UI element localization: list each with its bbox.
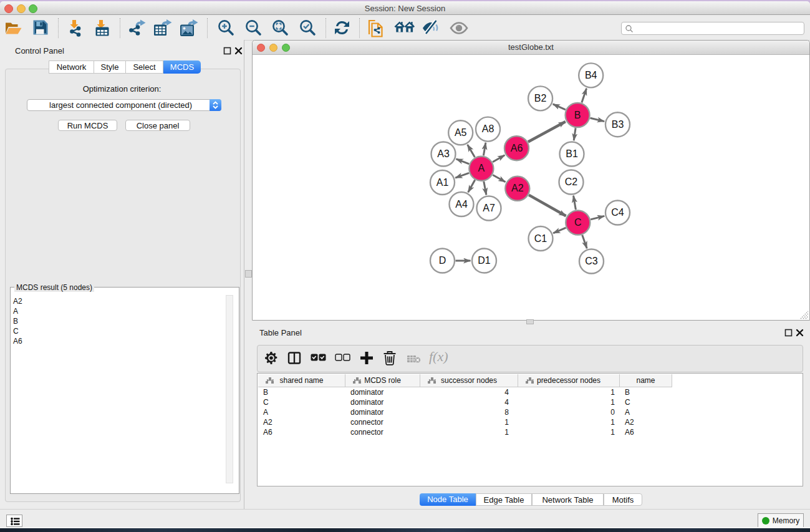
svg-text:A4: A4 [455,199,468,210]
svg-text:A1: A1 [436,177,449,188]
svg-text:C3: C3 [585,256,598,266]
svg-text:A2: A2 [511,183,524,193]
svg-text:C2: C2 [565,177,578,187]
svg-text:A6: A6 [511,143,523,153]
svg-text:B2: B2 [534,93,547,104]
svg-text:C1: C1 [534,233,547,244]
svg-text:B3: B3 [612,119,624,130]
svg-text:D: D [439,255,446,266]
svg-text:A7: A7 [483,203,495,213]
svg-text:C: C [574,217,582,228]
svg-text:C4: C4 [611,207,624,218]
svg-text:A: A [478,163,485,173]
svg-text:D1: D1 [478,255,491,266]
svg-text:B4: B4 [585,70,597,80]
svg-text:A8: A8 [482,123,494,134]
svg-text:A5: A5 [455,127,467,138]
svg-text:A3: A3 [437,148,450,159]
svg-text:B1: B1 [566,148,578,159]
svg-text:B: B [574,110,581,120]
